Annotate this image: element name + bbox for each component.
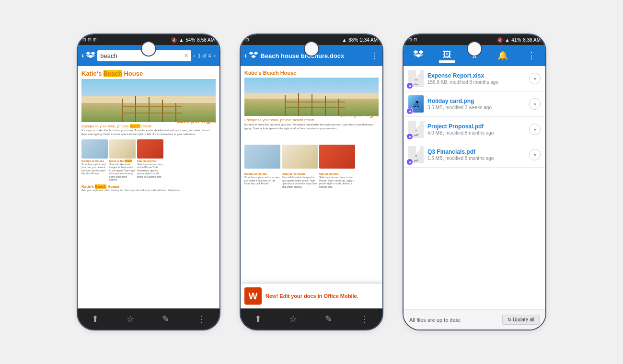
search-value: beach: [100, 52, 117, 59]
list-item[interactable]: ≡ pdf ★ Q3 Financials.pdf 1.5 MB, modifi…: [404, 142, 545, 168]
list-item[interactable]: 🏖 ★ Holiday card.png 3.5 MB, modified 3 …: [404, 91, 545, 117]
comfort-text-2: Select a photo and then, on the Picture …: [319, 176, 355, 188]
favorite-badge-4: ★: [406, 159, 413, 165]
back-arrow-icon-2[interactable]: ‹: [244, 51, 247, 60]
file-meta-2: 3.5 MB, modified 3 weeks ago: [427, 105, 525, 110]
edit-icon[interactable]: ✎: [162, 314, 169, 324]
office-promo-text: New! Edit your docs in Office Mobile.: [265, 293, 358, 299]
edit-icon-2[interactable]: ✎: [325, 314, 332, 324]
doc-body: Katie's Beach House Escape to your own, …: [78, 66, 219, 308]
more-icon-2[interactable]: ⋮: [371, 51, 379, 60]
list-item[interactable]: ≡ pdf ★ Project Proposal.pdf 4.0 MB, mod…: [404, 117, 545, 142]
star-icon-2[interactable]: ☆: [289, 314, 297, 324]
spa-caption-2: Indulge at the spa: [244, 172, 280, 175]
file-meta-1: 156.8 KB, modified 8 months ago: [427, 80, 525, 85]
file-info-2: Holiday card.png 3.5 MB, modified 3 week…: [427, 98, 525, 110]
more-icon-3[interactable]: ⋮: [360, 314, 369, 324]
sandal-thumbnail: [137, 139, 163, 159]
title-highlight: Beach: [104, 70, 122, 77]
time-3: 8:36 AM: [523, 37, 541, 43]
comfort-col-2: Stay in comfort. Select a photo and then…: [319, 171, 355, 188]
next-result-icon[interactable]: ›: [214, 53, 216, 58]
spa-text-2: To replace a photo with your own, just d…: [244, 176, 280, 185]
doc-body-2: Katie's Beach House Escape to your own, …: [241, 66, 382, 308]
svg-marker-7: [251, 55, 256, 58]
share-icon[interactable]: ⬆: [92, 314, 99, 324]
file-list-container: ≡ xlsx ★ Expense Report.xlsx 156.8 KB, m…: [404, 66, 545, 330]
more-icon[interactable]: ⋮: [197, 314, 206, 324]
tab-favorites[interactable]: ★: [467, 48, 482, 63]
clear-icon[interactable]: ✕: [184, 53, 188, 59]
file-chevron-3[interactable]: ▾: [529, 124, 541, 135]
doc-title-2: Katie's Beach House: [244, 70, 379, 76]
screenshot-icon: ⊡: [82, 37, 86, 42]
status-left-2: ⊡: [245, 37, 249, 42]
wifi-icon-2: ▲: [342, 37, 346, 43]
sync-status: All files are up to date.: [409, 317, 461, 323]
prev-result-icon[interactable]: ‹: [193, 53, 195, 58]
status-left-icons: ⊡ ⊟ ⊞: [82, 37, 97, 42]
office-icon: W: [244, 287, 262, 305]
file-meta-4: 1.5 MB, modified 8 months ago: [427, 156, 525, 161]
power-button-2[interactable]: [382, 92, 383, 116]
spa-thumb-2: [244, 145, 280, 169]
list-item[interactable]: ≡ xlsx ★ Expense Report.xlsx 156.8 KB, m…: [404, 66, 545, 91]
battery-text-3: 41%: [511, 37, 521, 43]
update-all-button[interactable]: ↻ Update all: [502, 315, 540, 325]
body-text-2: It's easy to make this brochure your own…: [244, 123, 379, 130]
status-left-3: ⊡ ⊟: [408, 37, 417, 42]
battery-text-2: 88%: [348, 37, 358, 43]
file-chevron-2[interactable]: ▾: [529, 98, 541, 110]
app-bar-2: ‹ Beach house brochure.docx ⋮: [241, 45, 382, 66]
favorite-badge-2: ★: [406, 108, 413, 114]
tab-dropbox[interactable]: [409, 48, 427, 64]
star-icon[interactable]: ☆: [127, 314, 134, 324]
bottom-toolbar-2: ⬆ ☆ ✎ ⋮: [241, 308, 382, 330]
file-info-4: Q3 Financials.pdf 1.5 MB, modified 8 mon…: [427, 148, 525, 161]
back-arrow-icon[interactable]: ‹: [81, 51, 84, 60]
phone-1: ⊡ ⊟ ⊞ 🔇 ▲ 54% 8:58 AM ‹ beach ✕ ‹ 1 of 4: [77, 34, 220, 330]
doc-title: Katie's Beach House: [81, 70, 216, 77]
thumbnail-row-2: [244, 145, 379, 169]
shell-thumb-2: [282, 145, 318, 169]
subtitle-section: Escape to your own, private beach resort…: [81, 124, 216, 128]
file-icon-wrap-2: 🏖 ★: [408, 95, 424, 113]
comfort-caption-2: Stay in comfort.: [319, 172, 355, 175]
footer-text: Add your tagline or other closing text h…: [81, 189, 216, 192]
result-count: 1 of 4: [198, 53, 211, 58]
shell-thumbnail: [109, 139, 136, 159]
office-mobile-banner[interactable]: W New! Edit your docs in Office Mobile.: [241, 283, 382, 308]
subtitle-section-2: Escape to your own, private beach resort…: [244, 118, 379, 122]
dropbox-tab-icon: [413, 50, 424, 59]
power-button[interactable]: [219, 92, 220, 116]
power-button-3[interactable]: [545, 92, 546, 116]
sandal-thumb-2: [319, 145, 355, 169]
beach-image: [81, 79, 216, 122]
favorite-badge-3: ★: [406, 133, 413, 140]
time-2: 2:34 AM: [360, 37, 378, 43]
mute-icon-3: 🔇: [497, 37, 503, 43]
body-text: It's easy to make this brochure your own…: [81, 128, 216, 136]
file-chevron-4[interactable]: ▾: [529, 149, 541, 160]
wifi-icon: ▲: [179, 37, 184, 43]
file-meta-3: 4.0 MB, modified 8 months ago: [427, 130, 525, 136]
document-content: Katie's Beach House Escape to your own, …: [78, 66, 219, 308]
search-input[interactable]: beach ✕: [97, 50, 191, 61]
beach-image-2: [244, 78, 379, 116]
office-banner-text: New! Edit your docs in Office Mobile.: [265, 293, 358, 299]
tab-more[interactable]: ⋮: [523, 48, 540, 63]
screenshot-icon-2: ⊡: [245, 37, 249, 42]
title-suffix: House: [122, 70, 143, 77]
tab-notifications[interactable]: 🔔: [494, 48, 512, 63]
mute-icon: 🔇: [171, 37, 177, 43]
share-icon-2[interactable]: ⬆: [254, 314, 262, 324]
file-chevron-1[interactable]: ▾: [529, 73, 541, 84]
comfort-caption-text: Select a photo and then, on the Picture …: [137, 163, 163, 179]
file-type-label-1: xlsx: [414, 83, 418, 86]
spa-column: Indulge at the spa To replace a photo wi…: [81, 139, 108, 182]
phone-2: ⊡ ▲ 88% 2:34 AM ‹ Beach house brochure.d…: [240, 34, 383, 330]
photo-icon: ⊟: [88, 37, 92, 42]
thumbnail-row: Indulge at the spa To replace a photo wi…: [81, 139, 216, 182]
shell-caption-text: Start with like-sized images for best re…: [109, 163, 136, 182]
tab-photos[interactable]: 🖼: [439, 48, 455, 63]
